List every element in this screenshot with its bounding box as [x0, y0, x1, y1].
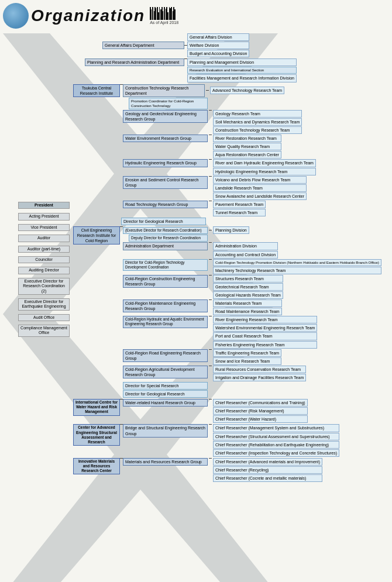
we-team-1: Water Quality Research Team [213, 143, 281, 150]
advanced-team: Advanced Technology Research Team [210, 87, 284, 94]
spacer3 [18, 232, 70, 233]
cm-team-0: Materials Research Team [213, 299, 282, 307]
advanced-eng-group: Bridge and Structural Engineering Resear… [123, 424, 208, 437]
water-hazard-content: Water-related Hazard Research Group Chie… [123, 399, 308, 423]
er-team-1: Landslide Research Team [213, 184, 307, 192]
cm-team-1: Road Maintenance Research Team [213, 308, 282, 315]
cold-hydraulic-row: Cold-Region Hydraulic and Aquatic Enviro… [123, 316, 381, 348]
machinery-team: Machinery Technology Research Team [213, 267, 381, 274]
p-div-2: Facilities Management and Research Infor… [187, 74, 297, 82]
line-er [209, 176, 212, 177]
planning-row: Planning and Research Administration Dep… [73, 58, 389, 82]
admin-div: Administration Division [213, 242, 278, 250]
p-div-0: Planning and Management Division [187, 58, 297, 66]
road-tech-group: Road Technology Research Group [123, 201, 208, 208]
hydraulic-group: Hydraulic Engineering Research Group [123, 159, 208, 167]
spacer2 [18, 222, 70, 223]
wh-team-0: Chief Researcher (Communications and Tra… [213, 399, 308, 407]
line-aeg [209, 424, 212, 425]
line-ing [209, 458, 212, 459]
cc-team-2: Geological Hazards Research Team [213, 291, 283, 299]
cold-hydraulic-teams: River Engineering Research Team Watershe… [213, 316, 317, 348]
left-sidebar: President Acting President Vice Presiden… [3, 33, 72, 483]
spacer8 [18, 296, 70, 297]
innovative-group-row: Materials and Resources Research Group C… [123, 458, 322, 482]
geology-teams: Geology Research Team Soil Mechanics and… [213, 110, 302, 134]
geo-team-0: Geology Research Team [213, 110, 302, 118]
geo-team-1: Soil Mechanics and Dynamics Research Tea… [213, 118, 302, 126]
ch-team-1: Watershed Environmental Engineering Rese… [213, 324, 317, 332]
hy-team-1: Hydrologic Engineering Research Team [213, 168, 316, 175]
ga-div-0: General Affairs Division [187, 33, 249, 41]
page-title: Organization [31, 6, 145, 25]
hydraulic-row: Hydraulic Engineering Research Group Riv… [123, 159, 316, 175]
tsukuba-row: Tsukuba Central Research Institute Const… [73, 84, 389, 217]
innovative-teams: Chief Researcher (Advanced materials and… [213, 458, 322, 482]
water-hazard-teams: Chief Researcher (Communications and Tra… [213, 399, 308, 423]
cold-construction-row: Cold-Region Construction Engineering Res… [123, 275, 381, 299]
director-geo2-row: Director for Geological Research [123, 390, 381, 398]
acting-president-label: Acting President [18, 213, 70, 220]
erosion-group: Erosion and Sediment Control Research Gr… [123, 176, 208, 189]
construction-dept: Construction Technology Research Departm… [123, 84, 205, 97]
deputy-director: Deputy Director for Research Coordinatio… [129, 235, 208, 242]
ch-team-3: Fisheries Engineering Research Team [213, 341, 317, 349]
cold-maintenance-group: Cold-Region Maintenance Engineering Rese… [123, 299, 208, 312]
geology-row: Geology and Geotechnical Engineering Res… [123, 110, 316, 134]
hy-team-0: River and Dam Hydraulic Engineering Rese… [213, 159, 316, 167]
auditing-director-label: Auditing Director [18, 267, 70, 274]
planning-divs: Planning and Management Division Researc… [187, 58, 297, 82]
water-hazard-group-row: Water-related Hazard Research Group Chie… [123, 399, 308, 423]
header-date: As of April 2018 [150, 20, 178, 25]
we-team-2: Aqua Restoration Research Center [213, 151, 281, 159]
promotion-row: Promotion Coordinator for Cold-Region Co… [129, 98, 316, 109]
director-special: Director for Special Research [123, 382, 208, 390]
we-team-0: River Restoration Research Team [213, 135, 281, 142]
line-ed [209, 230, 212, 230]
general-affairs-dept: General Affairs Department [102, 42, 184, 49]
line-ct [206, 90, 209, 91]
tsukuba-construction: Construction Technology Research Departm… [123, 84, 316, 217]
promotion-coordinator: Promotion Coordinator for Cold-Region Co… [129, 98, 208, 109]
wh-team-1: Chief Researcher (Risk Management) [213, 407, 308, 415]
ga-divisions: General Affairs Division Welfare Divisio… [187, 33, 249, 57]
auditor-part-time-label: Auditor (part-time) [18, 246, 70, 253]
director-geo-row: Director for Geological Research [121, 218, 389, 225]
water-env-teams: River Restoration Research Team Water Qu… [213, 135, 281, 159]
spacer7 [18, 275, 70, 277]
cr-team-0: Traffic Engineering Research Team [213, 349, 281, 357]
innovative-center: Innovative Materials and Resources Resea… [73, 458, 120, 474]
water-env-group: Water Environment Research Group [123, 135, 208, 142]
cold-tech-div: Cold-Region Technology Promotion Divisio… [213, 259, 381, 266]
cold-construction-group: Cold-Region Construction Engineering Res… [123, 275, 208, 288]
vice-president-label: Vice President [18, 224, 70, 231]
tsukuba-institute: Tsukuba Central Research Institute [73, 84, 120, 97]
president-label: President [18, 202, 70, 209]
ae-team-0: Chief Researcher (Management System and … [213, 424, 339, 432]
planning-div: Planning Division [213, 226, 249, 234]
line-we [209, 135, 212, 135]
line-dc [209, 259, 212, 260]
erosion-teams: Volcano and Debris Flow Research Team La… [213, 176, 307, 200]
ga-div-1: Welfare Division [187, 42, 249, 49]
spacer10 [18, 322, 70, 323]
advanced-eng-content: Bridge and Structural Engineering Resear… [123, 424, 339, 456]
spacer [18, 210, 70, 212]
compliance-label: Compliance Management Office [18, 325, 70, 337]
auditor-label: Auditor [18, 235, 70, 242]
advanced-eng-teams: Chief Researcher (Management System and … [213, 424, 339, 456]
director-cold: Director for Cold-Region Technology Deve… [123, 259, 208, 271]
water-env-row: Water Environment Research Group River R… [123, 135, 316, 159]
director-special-row: Director for Special Research [123, 382, 381, 390]
ch-team-2: Port and Coast Research Team [213, 332, 317, 340]
geology-group: Geology and Geotechnical Engineering Res… [123, 110, 208, 123]
cold-tech-items: Cold-Region Technology Promotion Divisio… [213, 259, 381, 274]
advanced-eng-center: Center for Advanced Engineering Structur… [73, 424, 120, 446]
hydraulic-teams: River and Dam Hydraulic Engineering Rese… [213, 159, 316, 175]
line-cr [209, 349, 212, 350]
director-geo: Director for Geological Research [121, 218, 206, 225]
cold-road-teams: Traffic Engineering Research Team Snow a… [213, 349, 281, 365]
exec-dir-row: (Executive Director for Research Coordin… [123, 226, 381, 234]
logo-circle [3, 3, 29, 29]
cold-agri-teams: Rural Resources Conservation Research Te… [213, 366, 306, 381]
